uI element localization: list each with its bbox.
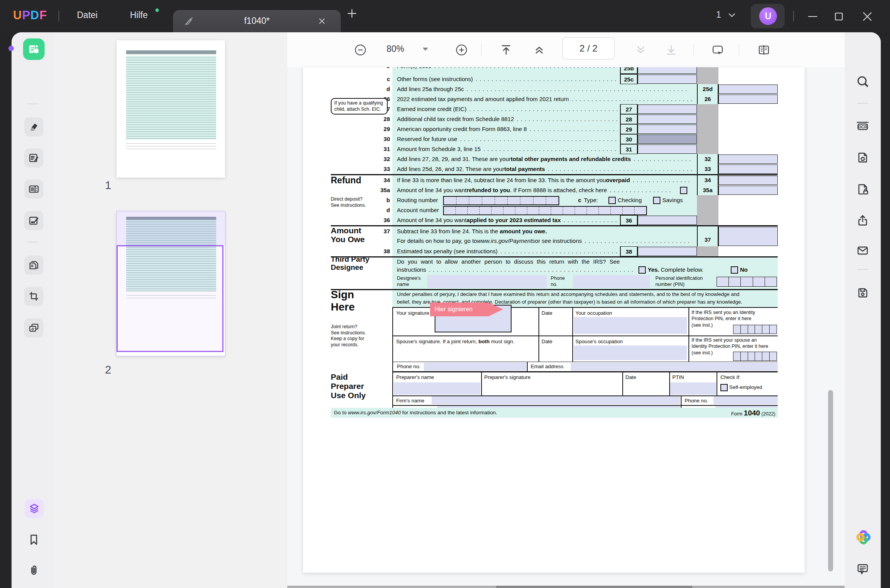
thumbnail-page-2[interactable] xyxy=(117,211,225,356)
document-tab[interactable]: f1040* xyxy=(173,10,341,32)
phone-field[interactable] xyxy=(424,363,527,371)
footer-link[interactable]: www.irs.gov/Form1040 xyxy=(348,410,401,415)
firm-name-field[interactable] xyxy=(432,396,680,404)
form-field[interactable] xyxy=(638,135,697,144)
updf-logo[interactable]: UPDF xyxy=(13,8,47,22)
account-number-field[interactable] xyxy=(443,206,647,215)
organize-pages-button[interactable] xyxy=(24,179,43,199)
thumbnail-page-1[interactable] xyxy=(117,40,225,178)
logo-letter: P xyxy=(22,8,30,22)
paperclip-icon xyxy=(27,564,40,577)
account-button[interactable]: U xyxy=(751,4,785,28)
maximize-button[interactable] xyxy=(833,11,845,22)
occupation-field[interactable] xyxy=(574,317,687,334)
email-field[interactable] xyxy=(571,363,778,371)
form-checkbox[interactable] xyxy=(680,187,687,194)
divider xyxy=(481,44,482,56)
save-button[interactable] xyxy=(856,286,870,300)
vertical-scrollbar[interactable] xyxy=(828,390,833,571)
last-page-button[interactable] xyxy=(664,43,678,57)
firm-phone-field[interactable] xyxy=(713,396,778,404)
next-page-button[interactable] xyxy=(634,43,648,57)
attachment-panel-button[interactable] xyxy=(26,563,42,578)
checking-checkbox[interactable] xyxy=(608,197,616,204)
form-field[interactable] xyxy=(718,176,778,185)
zoom-out-button[interactable] xyxy=(353,43,367,57)
form-field[interactable] xyxy=(638,247,697,256)
window-count[interactable]: 1 xyxy=(716,10,721,20)
zoom-in-button[interactable] xyxy=(455,43,468,57)
viewport-indicator[interactable] xyxy=(117,245,223,352)
menu-hilfe[interactable]: Hilfe xyxy=(130,10,148,20)
reader-mode-button[interactable] xyxy=(23,38,45,60)
form-field[interactable] xyxy=(718,227,778,246)
ptin-field[interactable] xyxy=(670,382,716,395)
horizontal-scrollbar[interactable] xyxy=(287,586,845,588)
line-letter: b xyxy=(371,67,390,69)
designee-pin-field[interactable] xyxy=(717,277,777,287)
bookmark-panel-button[interactable] xyxy=(26,532,42,547)
first-page-button[interactable] xyxy=(499,43,513,57)
section-title: Preparer xyxy=(331,382,366,391)
comments-panel-button[interactable] xyxy=(856,562,870,576)
close-button[interactable] xyxy=(862,11,873,22)
form-field[interactable] xyxy=(638,145,697,154)
layers-panel-button[interactable] xyxy=(25,499,44,518)
share-button[interactable] xyxy=(856,214,870,228)
sign-here-flag[interactable]: Hier signieren xyxy=(430,302,503,316)
svg-text:OCR: OCR xyxy=(858,125,867,129)
menu-datei[interactable]: Datei xyxy=(77,10,98,20)
ocr-button[interactable]: OCR xyxy=(856,118,870,132)
savings-checkbox[interactable] xyxy=(653,197,660,204)
form-field[interactable] xyxy=(718,154,778,164)
search-button[interactable] xyxy=(854,73,871,90)
convert-button[interactable] xyxy=(856,151,870,164)
spouse-ip-pin-field[interactable] xyxy=(733,352,777,361)
dot-leaders: . . . . . . . . . . . . . . . . . . . . … xyxy=(530,126,618,132)
field-label: Designee's xyxy=(397,275,421,281)
edit-pdf-button[interactable] xyxy=(24,148,43,168)
chevron-down-icon[interactable] xyxy=(728,12,736,18)
reading-layout-button[interactable] xyxy=(757,43,771,57)
spouse-occupation-field[interactable] xyxy=(574,345,687,360)
preparer-name-field[interactable] xyxy=(394,382,480,395)
zoom-dropdown-caret[interactable] xyxy=(422,47,436,61)
form-field[interactable] xyxy=(718,95,778,104)
zoom-level[interactable]: 80% xyxy=(387,44,404,54)
no-checkbox[interactable] xyxy=(731,266,738,274)
designee-phone-field[interactable] xyxy=(573,275,650,288)
routing-number-field[interactable] xyxy=(443,196,559,205)
form-field[interactable] xyxy=(638,125,697,134)
mail-button[interactable] xyxy=(856,244,870,257)
comment-tool-button[interactable] xyxy=(24,117,43,136)
crop-button[interactable] xyxy=(24,287,43,306)
form-field[interactable] xyxy=(638,67,697,74)
form-field[interactable] xyxy=(638,75,697,84)
yes-checkbox[interactable] xyxy=(638,266,646,274)
form-field[interactable] xyxy=(638,115,697,124)
divider xyxy=(793,11,794,22)
line-label: 27 xyxy=(620,104,638,114)
scrollbar-thumb[interactable] xyxy=(496,586,692,588)
ai-assistant-button[interactable] xyxy=(855,529,872,546)
form-field[interactable] xyxy=(638,216,697,225)
form-field[interactable] xyxy=(718,85,778,94)
previous-page-button[interactable] xyxy=(532,43,546,57)
designee-name-field[interactable] xyxy=(427,275,547,288)
form-field[interactable] xyxy=(638,105,697,114)
add-tab-icon[interactable] xyxy=(345,7,358,20)
tab-close-icon[interactable] xyxy=(317,16,327,26)
minimize-button[interactable] xyxy=(807,11,818,22)
panel-handle-dot[interactable] xyxy=(8,46,14,51)
presentation-button[interactable] xyxy=(711,43,725,57)
form-field[interactable] xyxy=(718,186,778,195)
page-number-input[interactable]: 2 / 2 xyxy=(562,37,615,60)
ip-pin-field[interactable] xyxy=(733,325,777,334)
page-tools-button[interactable] xyxy=(24,256,43,275)
field-label: Preparer's signature xyxy=(484,374,530,380)
slideshow-button[interactable] xyxy=(24,318,43,337)
protect-button[interactable] xyxy=(856,182,870,196)
fill-sign-button[interactable] xyxy=(24,211,43,230)
form-field[interactable] xyxy=(718,164,778,174)
self-employed-checkbox[interactable] xyxy=(720,384,728,391)
